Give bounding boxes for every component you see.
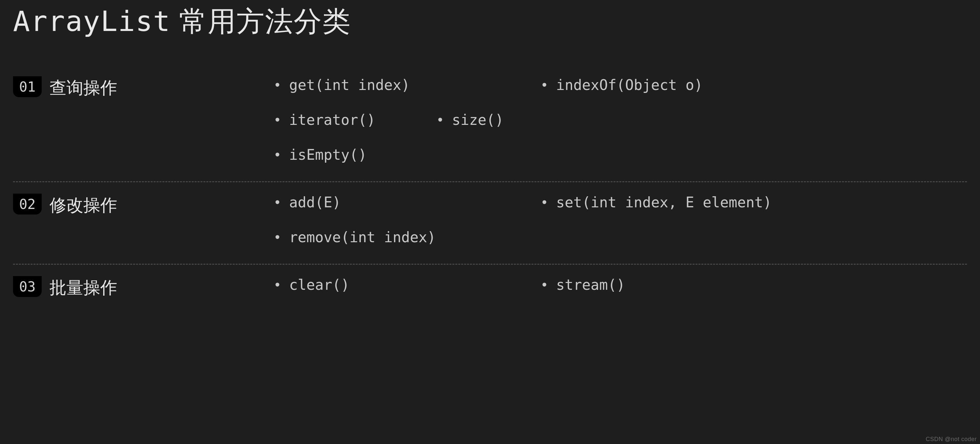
- method-list: get(int index)indexOf(Object o)iterator(…: [274, 77, 967, 163]
- section-label: 批量操作: [49, 276, 117, 299]
- method-item: size(): [436, 112, 703, 128]
- section-divider: [13, 264, 967, 265]
- section-label: 修改操作: [49, 194, 117, 217]
- section: 02修改操作add(E)set(int index, E element)rem…: [13, 184, 967, 262]
- method-item: isEmpty(): [274, 146, 541, 163]
- method-list: clear()stream(): [274, 276, 967, 293]
- section-divider: [13, 181, 967, 182]
- section-label: 查询操作: [49, 77, 117, 99]
- page-title: ArrayList 常用方法分类: [13, 0, 967, 41]
- section-header: 01查询操作: [13, 77, 274, 99]
- title-code: ArrayList: [13, 5, 170, 37]
- title-text: 常用方法分类: [179, 6, 351, 37]
- watermark: CSDN @not coder: [926, 436, 977, 443]
- method-item: clear(): [274, 276, 541, 293]
- method-item: add(E): [274, 194, 541, 211]
- section-header: 02修改操作: [13, 194, 274, 217]
- method-item: iterator(): [274, 112, 436, 128]
- section: 01查询操作get(int index)indexOf(Object o)ite…: [13, 67, 967, 179]
- method-list: add(E)set(int index, E element)remove(in…: [274, 194, 967, 246]
- section-number-badge: 03: [13, 276, 42, 297]
- section: 03批量操作clear()stream(): [13, 267, 967, 316]
- method-item: stream(): [541, 276, 807, 293]
- method-item: remove(int index): [274, 229, 541, 246]
- method-item: set(int index, E element): [541, 194, 807, 211]
- section-number-badge: 01: [13, 76, 42, 97]
- section-number-badge: 02: [13, 194, 42, 214]
- method-item: indexOf(Object o): [541, 77, 807, 93]
- method-item: get(int index): [274, 77, 541, 93]
- section-header: 03批量操作: [13, 276, 274, 299]
